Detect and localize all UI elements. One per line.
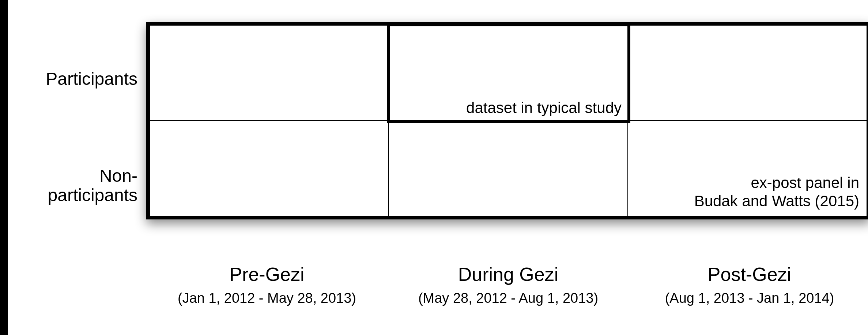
col-label-sub: (May 28, 2012 - Aug 1, 2013) (388, 290, 629, 306)
grid-hline (150, 120, 867, 121)
cell-typical-study-text: dataset in typical study (391, 99, 622, 117)
row-label-nonparticipants: Non-participants (13, 166, 137, 205)
left-stripe (0, 0, 8, 335)
row-label-text: Non-participants (13, 166, 137, 205)
grid-vline-1 (388, 26, 389, 216)
col-label-during: During Gezi (May 28, 2012 - Aug 1, 2013) (388, 260, 629, 306)
col-label-post: Post-Gezi (Aug 1, 2013 - Jan 1, 2014) (629, 260, 868, 306)
row-labels: Participants Non-participants (22, 22, 146, 227)
grid-container: dataset in typical study ex-post panel i… (146, 22, 868, 219)
col-label-text: During Gezi (388, 263, 629, 285)
page-root: Participants Non-participants dataset i (0, 0, 868, 335)
col-label-text: Pre-Gezi (146, 263, 388, 285)
col-label-text: Post-Gezi (629, 263, 868, 285)
col-label-sub: (Aug 1, 2013 - Jan 1, 2014) (629, 290, 868, 306)
row-label-participants: Participants (13, 69, 137, 89)
row-label-text: Participants (13, 69, 137, 89)
col-label-pre: Pre-Gezi (Jan 1, 2012 - May 28, 2013) (146, 260, 388, 306)
cell-expost-line1: ex-post panel in (629, 174, 859, 192)
cell-expost-line2: Budak and Watts (2015) (629, 192, 859, 210)
col-label-sub: (Jan 1, 2012 - May 28, 2013) (146, 290, 388, 306)
grid-vline-2 (627, 26, 628, 216)
grid: dataset in typical study ex-post panel i… (146, 22, 868, 219)
column-labels: Pre-Gezi (Jan 1, 2012 - May 28, 2013) Du… (146, 260, 868, 306)
grid-inner: dataset in typical study ex-post panel i… (150, 26, 867, 216)
